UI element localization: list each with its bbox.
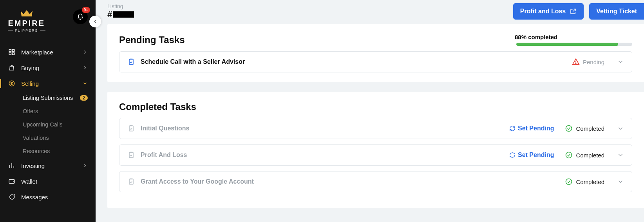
pending-task-row[interactable]: Schedule Call with a Seller Advisor Pend… xyxy=(119,51,632,72)
subnav-label: Resources xyxy=(23,148,50,154)
task-status: Completed xyxy=(565,151,604,159)
listing-label: Listing xyxy=(107,3,134,9)
logo[interactable]: EMPIRE FLIPPERS xyxy=(8,9,45,32)
task-title: Grant Access to Your Google Account xyxy=(141,178,559,185)
nav-label: Marketplace xyxy=(21,49,77,56)
selling-subnav: Listing Submissions 2 Offers Upcoming Ca… xyxy=(0,91,96,158)
logo-subtext: FLIPPERS xyxy=(8,29,45,32)
logo-text: EMPIRE xyxy=(8,19,45,28)
nav-wallet[interactable]: Wallet xyxy=(0,173,96,189)
progress-bar xyxy=(516,43,632,46)
pending-tasks-panel: Pending Tasks 88% completed Schedule Cal… xyxy=(107,24,644,82)
profit-and-loss-button[interactable]: Profit and Loss xyxy=(513,3,584,20)
svg-rect-12 xyxy=(129,179,133,184)
nav-selling[interactable]: Selling xyxy=(0,76,96,91)
svg-rect-1 xyxy=(13,49,14,51)
completed-task-row[interactable]: Grant Access to Your Google Account Comp… xyxy=(119,171,632,192)
topbar: Listing # Profit and Loss Vetting Ticket xyxy=(107,0,644,24)
progress-label: 88% completed xyxy=(515,34,557,40)
nav-label: Selling xyxy=(21,80,77,87)
clipboard-icon xyxy=(127,125,135,132)
subnav-valuations[interactable]: Valuations xyxy=(0,131,96,144)
task-status: Completed xyxy=(565,178,604,186)
nav-investing[interactable]: Investing xyxy=(0,158,96,173)
nav-buying[interactable]: Buying xyxy=(0,60,96,76)
pending-tasks-title: Pending Tasks xyxy=(119,34,185,45)
wallet-icon xyxy=(8,177,16,185)
set-pending-button[interactable]: Set Pending xyxy=(509,125,554,132)
expand-button[interactable] xyxy=(617,152,624,159)
task-title: Initial Questions xyxy=(141,125,504,132)
task-status: Pending xyxy=(572,58,604,66)
alert-icon xyxy=(572,58,580,66)
main-content: Listing # Profit and Loss Vetting Ticket… xyxy=(96,0,644,208)
nav-label: Wallet xyxy=(21,178,88,185)
notifications-button[interactable]: 9+ xyxy=(73,9,88,24)
dollar-circle-icon xyxy=(8,79,16,87)
subnav-listing-submissions[interactable]: Listing Submissions 2 xyxy=(0,91,96,105)
refresh-icon xyxy=(509,152,516,158)
subnav-label: Listing Submissions xyxy=(23,95,73,101)
bell-icon xyxy=(77,13,84,20)
svg-point-13 xyxy=(566,179,572,185)
nav-messages[interactable]: Messages xyxy=(0,189,96,205)
expand-button[interactable] xyxy=(617,58,624,65)
chevron-right-icon xyxy=(82,163,88,168)
crown-icon xyxy=(20,9,33,17)
svg-point-9 xyxy=(566,126,572,132)
clipboard-icon xyxy=(127,178,135,186)
clipboard-icon xyxy=(127,151,135,159)
subnav-label: Upcoming Calls xyxy=(23,121,63,128)
refresh-icon xyxy=(509,125,516,132)
grid-icon xyxy=(8,48,16,56)
subnav-offers[interactable]: Offers xyxy=(0,105,96,118)
nav-label: Buying xyxy=(21,65,77,71)
subnav-resources[interactable]: Resources xyxy=(0,144,96,158)
task-title: Schedule Call with a Seller Advisor xyxy=(141,58,566,65)
status-label: Completed xyxy=(576,179,604,185)
listing-id: # xyxy=(107,9,134,20)
listing-heading: Listing # xyxy=(107,3,134,20)
listing-prefix: # xyxy=(107,9,112,20)
subnav-label: Valuations xyxy=(23,135,49,141)
header-actions: Profit and Loss Vetting Ticket xyxy=(513,3,644,20)
completed-tasks-panel: Completed Tasks Initial Questions Set Pe… xyxy=(107,92,644,208)
set-pending-label: Set Pending xyxy=(518,125,554,132)
nav-label: Messages xyxy=(21,194,88,200)
primary-nav: Marketplace Buying Selling xyxy=(0,44,96,205)
svg-rect-10 xyxy=(129,152,133,157)
completed-task-row[interactable]: Initial Questions Set Pending Completed xyxy=(119,118,632,139)
svg-rect-6 xyxy=(129,59,133,64)
external-link-icon xyxy=(570,8,577,15)
chevron-right-icon xyxy=(82,49,88,55)
svg-point-7 xyxy=(575,63,576,64)
chat-icon xyxy=(8,193,16,201)
expand-button[interactable] xyxy=(617,125,624,132)
vetting-ticket-button[interactable]: Vetting Ticket xyxy=(589,3,644,20)
chevron-right-icon xyxy=(82,65,88,70)
completed-tasks-title: Completed Tasks xyxy=(119,101,196,112)
status-label: Pending xyxy=(583,59,604,65)
bars-icon xyxy=(8,162,16,170)
logo-area: EMPIRE FLIPPERS 9+ xyxy=(0,0,96,36)
completed-task-row[interactable]: Profit And Loss Set Pending Completed xyxy=(119,144,632,166)
subnav-label: Offers xyxy=(23,108,38,114)
count-badge: 2 xyxy=(80,95,88,101)
redacted-text xyxy=(113,11,134,18)
status-label: Completed xyxy=(576,152,604,159)
svg-rect-3 xyxy=(13,53,14,55)
task-title: Profit And Loss xyxy=(141,152,504,159)
bag-icon xyxy=(8,64,16,72)
nav-marketplace[interactable]: Marketplace xyxy=(0,44,96,60)
clipboard-icon xyxy=(127,58,135,66)
button-label: Vetting Ticket xyxy=(596,8,637,15)
progress-area: 88% completed xyxy=(515,34,632,46)
progress-fill xyxy=(516,43,618,46)
svg-point-11 xyxy=(566,152,572,158)
status-label: Completed xyxy=(576,125,604,132)
expand-button[interactable] xyxy=(617,178,624,185)
subnav-upcoming-calls[interactable]: Upcoming Calls xyxy=(0,118,96,131)
set-pending-button[interactable]: Set Pending xyxy=(509,152,554,159)
svg-rect-0 xyxy=(9,49,11,51)
svg-rect-2 xyxy=(9,53,11,55)
